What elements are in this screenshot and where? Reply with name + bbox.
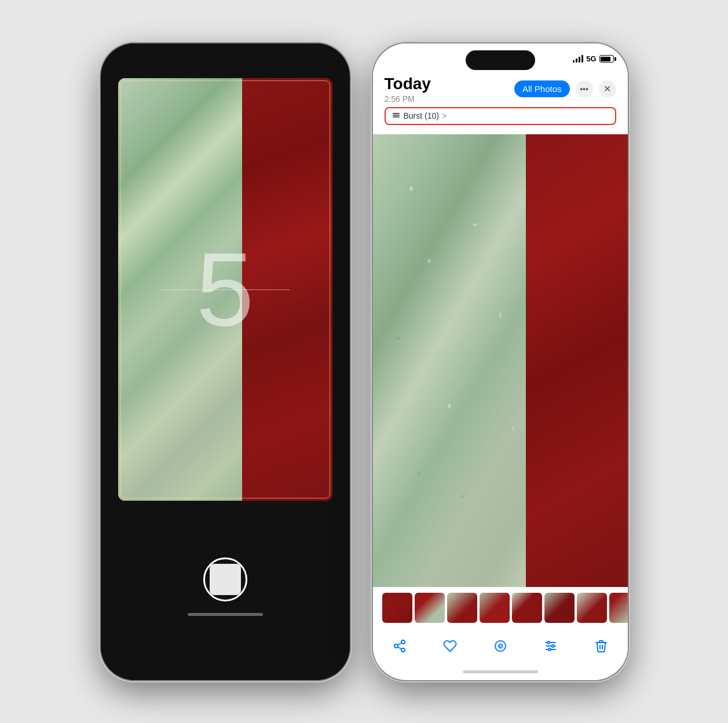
battery-icon (599, 55, 614, 63)
home-indicator (188, 613, 263, 616)
all-photos-button[interactable]: All Photos (514, 80, 570, 97)
floral-overlay (373, 134, 628, 587)
delete-button[interactable] (588, 633, 614, 659)
viewfinder-border (120, 80, 330, 498)
home-indicator (463, 670, 538, 673)
svg-rect-2 (393, 116, 400, 118)
thumbnail-1[interactable] (382, 593, 412, 623)
shutter-button[interactable] (203, 557, 247, 601)
page-title: Today (385, 75, 431, 93)
status-right: 5G (538, 54, 614, 63)
thumbnail-4[interactable] (480, 593, 510, 623)
signal-bar-3 (579, 57, 580, 63)
camera-pill (191, 50, 260, 66)
filter-button[interactable] (538, 633, 564, 659)
battery-fill (601, 57, 610, 61)
thumbnail-strip (373, 587, 628, 629)
bottom-toolbar (373, 629, 628, 668)
share-button[interactable] (387, 633, 412, 659)
burst-badge[interactable]: Burst (10) > (385, 107, 616, 125)
magic-button[interactable] (488, 633, 513, 659)
burst-icon (392, 111, 401, 122)
header-row: Today 2:56 PM All Photos ••• ✕ (385, 75, 616, 104)
svg-rect-0 (393, 113, 400, 114)
svg-point-4 (499, 644, 502, 648)
photos-header: Today 2:56 PM All Photos ••• ✕ Burst (10… (373, 75, 628, 134)
burst-chevron: > (442, 111, 447, 120)
camera-viewfinder: 5 (118, 78, 332, 501)
shutter-inner (210, 564, 241, 595)
notch-area (101, 43, 350, 72)
burst-text: Burst (10) (404, 111, 439, 120)
network-type: 5G (586, 54, 596, 63)
signal-bar-2 (576, 58, 577, 63)
right-phone: 2:56 5G Today 2:56 PM All Photos ••• (373, 43, 628, 680)
close-button[interactable]: ✕ (599, 80, 616, 98)
thumbnail-5[interactable] (512, 593, 542, 623)
thumbnail-6[interactable] (544, 593, 575, 623)
signal-bar-1 (573, 60, 575, 63)
signal-bar-4 (581, 55, 583, 63)
svg-point-9 (552, 645, 554, 647)
ellipsis-button[interactable]: ••• (576, 80, 593, 98)
camera-bottom-bar (101, 501, 350, 680)
like-button[interactable] (437, 633, 463, 659)
header-left: Today 2:56 PM (385, 75, 431, 104)
left-phone: 5 (101, 43, 350, 680)
thumbnail-8[interactable] (609, 593, 628, 623)
dynamic-island (466, 50, 535, 70)
svg-rect-1 (393, 115, 400, 116)
camera-background: 5 (118, 78, 332, 501)
svg-point-8 (547, 641, 550, 644)
thumbnail-3[interactable] (447, 593, 477, 623)
signal-bars (573, 55, 583, 63)
page-subtitle: 2:56 PM (385, 94, 431, 104)
svg-point-10 (548, 648, 551, 651)
main-photo (373, 134, 628, 587)
photo-background (373, 134, 628, 587)
header-actions: All Photos ••• ✕ (514, 80, 616, 98)
thumbnail-2[interactable] (415, 593, 445, 623)
thumbnail-7[interactable] (577, 593, 607, 623)
